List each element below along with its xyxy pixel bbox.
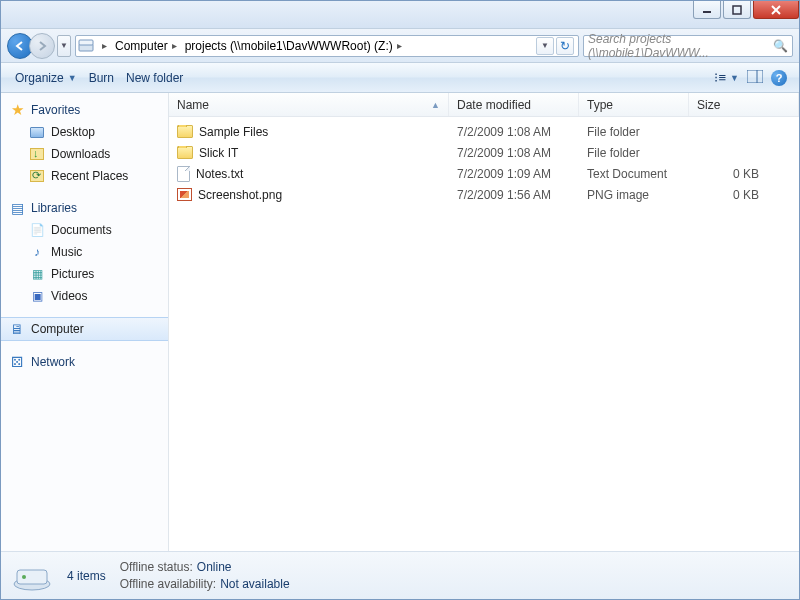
titlebar xyxy=(1,1,799,29)
preview-pane-button[interactable] xyxy=(743,68,767,88)
status-bar: 4 items Offline status: Online Offline a… xyxy=(1,551,799,599)
minimize-button[interactable] xyxy=(693,1,721,19)
breadcrumb-arrow[interactable]: ▸ xyxy=(94,36,111,56)
sidebar-item-videos[interactable]: ▣Videos xyxy=(1,285,168,307)
drive-large-icon xyxy=(11,558,53,594)
file-row[interactable]: Notes.txt7/2/2009 1:09 AMText Document0 … xyxy=(169,163,799,184)
breadcrumb-label: projects (\\mobile1\DavWWWRoot) (Z:) xyxy=(185,39,393,53)
toolbar: Organize▼ Burn New folder ⁝≡▼ ? xyxy=(1,63,799,93)
sidebar-item-label: Music xyxy=(51,245,82,259)
sidebar-item-label: Pictures xyxy=(51,267,94,281)
refresh-button[interactable]: ↻ xyxy=(556,37,574,55)
column-label: Type xyxy=(587,98,613,112)
sidebar-item-desktop[interactable]: Desktop xyxy=(1,121,168,143)
column-size[interactable]: Size xyxy=(689,93,799,116)
file-type: Text Document xyxy=(579,167,689,181)
column-date[interactable]: Date modified xyxy=(449,93,579,116)
videos-icon: ▣ xyxy=(29,288,45,304)
help-icon: ? xyxy=(771,70,787,86)
offline-avail-label: Offline availability: xyxy=(120,577,217,591)
svg-rect-1 xyxy=(733,6,741,14)
pictures-icon: ▦ xyxy=(29,266,45,282)
column-headers: Name▲ Date modified Type Size xyxy=(169,93,799,117)
file-size: 0 KB xyxy=(689,167,799,181)
file-list: Sample Files7/2/2009 1:08 AMFile folderS… xyxy=(169,117,799,205)
network-group: ⚄Network xyxy=(1,351,168,373)
drive-icon xyxy=(78,38,94,54)
file-name: Screenshot.png xyxy=(198,188,282,202)
file-date: 7/2/2009 1:08 AM xyxy=(449,146,579,160)
file-size: 0 KB xyxy=(689,188,799,202)
offline-avail-value: Not available xyxy=(220,577,289,591)
sidebar-item-label: Videos xyxy=(51,289,87,303)
offline-status-value: Online xyxy=(197,560,232,574)
sidebar-item-computer[interactable]: 🖥Computer xyxy=(1,317,168,341)
view-icon: ⁝≡ xyxy=(714,70,726,85)
column-name[interactable]: Name▲ xyxy=(169,93,449,116)
file-date: 7/2/2009 1:56 AM xyxy=(449,188,579,202)
breadcrumb-label: Computer xyxy=(115,39,168,53)
sidebar-item-label: Downloads xyxy=(51,147,110,161)
libraries-group: ▤Libraries 📄Documents ♪Music ▦Pictures ▣… xyxy=(1,197,168,307)
nav-buttons: ▼ xyxy=(7,33,71,59)
newfolder-label: New folder xyxy=(126,71,183,85)
file-date: 7/2/2009 1:09 AM xyxy=(449,167,579,181)
burn-button[interactable]: Burn xyxy=(83,69,120,87)
breadcrumb-computer[interactable]: Computer▸ xyxy=(111,36,181,56)
address-dropdown[interactable]: ▼ xyxy=(536,37,554,55)
star-icon: ★ xyxy=(9,102,25,118)
help-button[interactable]: ? xyxy=(767,68,791,88)
desktop-icon xyxy=(29,124,45,140)
favorites-group: ★Favorites Desktop Downloads Recent Plac… xyxy=(1,99,168,187)
forward-button[interactable] xyxy=(29,33,55,59)
organize-button[interactable]: Organize▼ xyxy=(9,69,83,87)
explorer-window: ▼ ▸ Computer▸ projects (\\mobile1\DavWWW… xyxy=(0,0,800,600)
file-date: 7/2/2009 1:08 AM xyxy=(449,125,579,139)
file-type: File folder xyxy=(579,146,689,160)
item-count: 4 items xyxy=(67,569,106,583)
column-type[interactable]: Type xyxy=(579,93,689,116)
computer-group: 🖥Computer xyxy=(1,317,168,341)
organize-label: Organize xyxy=(15,71,64,85)
favorites-header[interactable]: ★Favorites xyxy=(1,99,168,121)
sidebar-item-label: Recent Places xyxy=(51,169,128,183)
nav-history-dropdown[interactable]: ▼ xyxy=(57,35,71,57)
sidebar-item-music[interactable]: ♪Music xyxy=(1,241,168,263)
view-button[interactable]: ⁝≡▼ xyxy=(710,68,743,87)
breadcrumb-current[interactable]: projects (\\mobile1\DavWWWRoot) (Z:)▸ xyxy=(181,36,406,56)
sidebar-item-label: Documents xyxy=(51,223,112,237)
column-label: Size xyxy=(697,98,720,112)
maximize-button[interactable] xyxy=(723,1,751,19)
file-name: Sample Files xyxy=(199,125,268,139)
newfolder-button[interactable]: New folder xyxy=(120,69,189,87)
svg-rect-6 xyxy=(747,70,763,83)
recent-icon xyxy=(29,168,45,184)
sidebar-item-recent[interactable]: Recent Places xyxy=(1,165,168,187)
sidebar-item-downloads[interactable]: Downloads xyxy=(1,143,168,165)
file-row[interactable]: Screenshot.png7/2/2009 1:56 AMPNG image0… xyxy=(169,184,799,205)
address-bar[interactable]: ▸ Computer▸ projects (\\mobile1\DavWWWRo… xyxy=(75,35,579,57)
image-icon xyxy=(177,188,192,201)
search-input[interactable]: Search projects (\\mobile1\DavWWW... 🔍 xyxy=(583,35,793,57)
network-icon: ⚄ xyxy=(9,354,25,370)
file-row[interactable]: Slick IT7/2/2009 1:08 AMFile folder xyxy=(169,142,799,163)
sidebar-item-network[interactable]: ⚄Network xyxy=(1,351,168,373)
navigation-pane: ★Favorites Desktop Downloads Recent Plac… xyxy=(1,93,169,551)
libraries-header[interactable]: ▤Libraries xyxy=(1,197,168,219)
sidebar-item-label: Computer xyxy=(31,322,84,336)
file-name: Slick IT xyxy=(199,146,238,160)
file-row[interactable]: Sample Files7/2/2009 1:08 AMFile folder xyxy=(169,121,799,142)
folder-icon xyxy=(177,146,193,159)
sidebar-item-documents[interactable]: 📄Documents xyxy=(1,219,168,241)
downloads-icon xyxy=(29,146,45,162)
svg-point-10 xyxy=(22,575,26,579)
folder-icon xyxy=(177,125,193,138)
file-name: Notes.txt xyxy=(196,167,243,181)
file-pane: Name▲ Date modified Type Size Sample Fil… xyxy=(169,93,799,551)
sort-asc-icon: ▲ xyxy=(431,100,440,110)
column-label: Date modified xyxy=(457,98,531,112)
sidebar-item-pictures[interactable]: ▦Pictures xyxy=(1,263,168,285)
documents-icon: 📄 xyxy=(29,222,45,238)
close-button[interactable] xyxy=(753,1,799,19)
search-icon: 🔍 xyxy=(773,39,788,53)
